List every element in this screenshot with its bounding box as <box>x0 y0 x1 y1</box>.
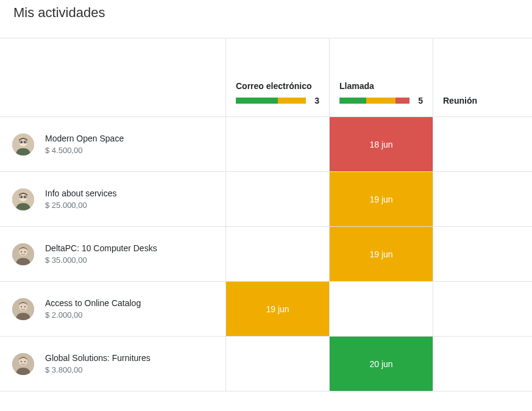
progress-bar <box>236 98 306 104</box>
column-progress: 3 <box>236 96 319 105</box>
avatar[interactable] <box>12 134 34 155</box>
progress-segment-red <box>395 98 410 104</box>
activity-cell[interactable]: 19 jun <box>225 282 329 336</box>
column-label: Correo electrónico <box>236 81 319 91</box>
progress-segment-green <box>339 98 366 104</box>
lead-title: DeltaPC: 10 Computer Desks <box>45 243 157 253</box>
activity-cell[interactable] <box>225 117 329 171</box>
progress-segment-green <box>236 98 278 104</box>
lead-info: Global Solutions: Furnitures$ 3.800,00 <box>45 353 151 374</box>
activity-cell[interactable] <box>225 337 329 391</box>
activity-cell[interactable]: 20 jun <box>329 337 433 391</box>
avatar[interactable] <box>12 298 34 320</box>
avatar[interactable] <box>12 353 34 375</box>
lead-info: Info about services$ 25.000,00 <box>45 188 117 210</box>
progress-bar <box>339 98 410 104</box>
lead-cell[interactable]: Modern Open Space$ 4.500,00 <box>0 117 225 171</box>
page-title: Mis actividades <box>0 0 532 38</box>
lead-amount: $ 4.500,00 <box>45 146 124 155</box>
avatar[interactable] <box>12 188 34 210</box>
activity-cell[interactable]: 19 jun <box>329 227 433 281</box>
activity-cell[interactable] <box>433 282 532 336</box>
table-row[interactable]: Access to Online Catalog$ 2.000,0019 jun <box>0 282 532 337</box>
lead-info: Access to Online Catalog$ 2.000,00 <box>45 298 141 320</box>
header-spacer <box>0 38 225 116</box>
lead-cell[interactable]: Info about services$ 25.000,00 <box>0 172 225 226</box>
activity-cell[interactable]: 19 jun <box>329 172 433 226</box>
column-header-email[interactable]: Correo electrónico 3 <box>225 38 329 116</box>
activity-cell[interactable] <box>329 282 433 336</box>
lead-title: Modern Open Space <box>45 134 124 143</box>
activity-cell[interactable] <box>433 172 532 226</box>
lead-amount: $ 25.000,00 <box>45 201 117 210</box>
lead-title: Access to Online Catalog <box>45 298 141 308</box>
lead-info: DeltaPC: 10 Computer Desks$ 35.000,00 <box>45 243 157 265</box>
lead-cell[interactable]: DeltaPC: 10 Computer Desks$ 35.000,00 <box>0 227 225 281</box>
table-row[interactable]: Modern Open Space$ 4.500,0018 jun <box>0 117 532 172</box>
column-progress: 5 <box>339 96 423 105</box>
activity-cell[interactable] <box>433 117 532 171</box>
column-label: Reunión <box>443 96 522 105</box>
progress-segment-orange <box>278 98 306 104</box>
lead-amount: $ 3.800,00 <box>45 365 151 374</box>
lead-amount: $ 35.000,00 <box>45 256 157 265</box>
lead-info: Modern Open Space$ 4.500,00 <box>45 134 124 155</box>
progress-segment-orange <box>366 98 395 104</box>
table-row[interactable]: DeltaPC: 10 Computer Desks$ 35.000,0019 … <box>0 227 532 282</box>
grid-header: Correo electrónico 3 Llamada 5 Reunión <box>0 38 532 117</box>
column-count: 5 <box>416 96 423 105</box>
avatar[interactable] <box>12 243 34 265</box>
lead-cell[interactable]: Global Solutions: Furnitures$ 3.800,00 <box>0 337 225 391</box>
activity-cell[interactable] <box>225 172 329 226</box>
column-header-call[interactable]: Llamada 5 <box>329 38 433 116</box>
lead-title: Info about services <box>45 188 117 198</box>
lead-amount: $ 2.000,00 <box>45 310 141 320</box>
table-row[interactable]: Global Solutions: Furnitures$ 3.800,0020… <box>0 337 532 391</box>
activity-grid: Correo electrónico 3 Llamada 5 Reunión M… <box>0 38 532 391</box>
lead-cell[interactable]: Access to Online Catalog$ 2.000,00 <box>0 282 225 336</box>
activity-cell[interactable]: 18 jun <box>329 117 433 171</box>
column-count: 3 <box>312 96 319 105</box>
activity-cell[interactable] <box>433 337 532 391</box>
activity-cell[interactable] <box>225 227 329 281</box>
table-row[interactable]: Info about services$ 25.000,0019 jun <box>0 172 532 227</box>
lead-title: Global Solutions: Furnitures <box>45 353 151 363</box>
activity-cell[interactable] <box>433 227 532 281</box>
column-label: Llamada <box>339 81 423 91</box>
column-header-meeting[interactable]: Reunión <box>433 38 532 116</box>
